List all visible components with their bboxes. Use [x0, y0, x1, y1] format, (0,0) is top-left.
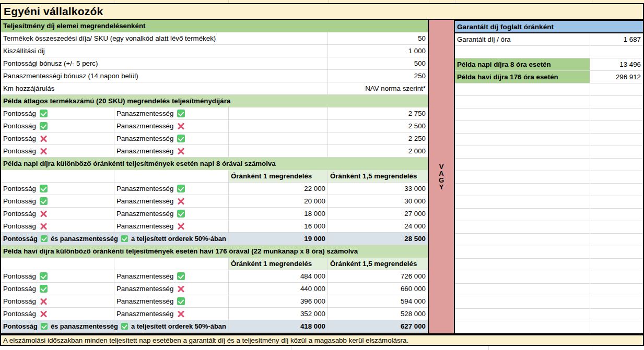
complaint-label: Panaszmentesség [116, 120, 173, 132]
check-icon [40, 110, 48, 117]
table-row[interactable]: Pontosság Panaszmentesség 484 000 726 00… [1, 270, 428, 283]
col-header-2: Óránként 1,5 megrendelés [328, 258, 428, 270]
col-header-1: Óránként 1 megrendelés [229, 258, 328, 270]
check-icon [177, 297, 185, 305]
vagy-letter: V [439, 163, 444, 170]
table-row[interactable]: Pontosság Panaszmentesség 440 000 660 00… [1, 283, 428, 295]
guaranteed-fee-label: Garantált díj / óra [455, 33, 590, 46]
section-avg-header-row[interactable]: Példa átlagos termékszámú (20 SKU) megre… [1, 95, 428, 107]
title-bar: Egyéni vállalkozók [0, 3, 644, 20]
complaint-label: Panaszmentesség [116, 208, 173, 220]
gridline [592, 346, 592, 350]
fee-value: 250 [328, 70, 428, 82]
value-1: 484 000 [229, 270, 328, 283]
summary-value-1: 418 000 [229, 320, 328, 333]
accuracy-label: Pontosság [3, 220, 36, 232]
fee-value: NAV norma szerint* [328, 82, 428, 95]
monthly-example-label: Példa havi díjra 176 óra esetén [455, 71, 590, 83]
value-2: 24 000 [328, 220, 428, 233]
fee-row[interactable]: Panaszmentességi bónusz (14 napon belül)… [1, 70, 428, 82]
table-row[interactable]: Pontosság Panaszmentesség 396 000 594 00… [1, 295, 428, 308]
table-row[interactable]: Garantált díj / óra 1 687 [455, 33, 643, 46]
value-1: 22 000 [229, 183, 328, 195]
fee-value: 2 250 [328, 132, 428, 145]
value-2: 660 000 [328, 283, 428, 295]
check-icon [40, 272, 48, 280]
column-header-row[interactable]: Óránként 1 megrendelés Óránként 1,5 megr… [1, 170, 428, 183]
value-1: 20 000 [229, 195, 328, 208]
fee-row[interactable]: Termékek összeszedési díja/ SKU (egy von… [1, 32, 428, 45]
footer-note-row[interactable]: A elszámolási időszakban minden teljesít… [0, 334, 644, 346]
accuracy-label: Pontosság [3, 283, 36, 295]
cross-icon [177, 222, 185, 231]
vagy-letter: G [439, 177, 444, 184]
cross-icon [177, 285, 185, 293]
table-row[interactable]: Pontosság Panaszmentesség 352 000 528 00… [1, 308, 428, 320]
cross-icon [40, 310, 48, 318]
cross-icon [177, 310, 185, 318]
column-header-row[interactable]: Óránként 1 megrendelés Óránként 1,5 megr… [1, 258, 428, 270]
table-row[interactable]: Pontosság Panaszmentesség 22 000 33 000 [1, 183, 428, 195]
value-1: 18 000 [229, 208, 328, 220]
guaranteed-fee-panel: Garantált díj foglalt óránként Garantált… [455, 20, 644, 334]
table-row[interactable]: Pontosság Panaszmentesség 20 000 30 000 [1, 195, 428, 208]
table-row[interactable]: Példa napi díjra 8 óra esetén 13 496 [455, 58, 643, 71]
check-icon [40, 285, 48, 293]
cross-icon [40, 222, 48, 231]
fee-value: 2 500 [328, 120, 428, 132]
complaint-label: Panaszmentesség [116, 183, 173, 195]
table-row[interactable]: Pontosság Panaszmentesség 18 000 27 000 [1, 208, 428, 220]
fee-row[interactable]: Km hozzájárulás NAV norma szerint* [1, 82, 428, 95]
daily-summary-row[interactable]: Pontosság és panaszmentesség a teljesíte… [1, 233, 428, 245]
cross-icon [177, 147, 185, 155]
check-icon [177, 110, 185, 117]
summary-value-1: 19 000 [229, 233, 328, 245]
cross-icon [177, 122, 185, 130]
fee-row[interactable]: Pontossági bónusz (+/- 5 perc) 500 [1, 57, 428, 70]
accuracy-label: Pontosság [3, 208, 36, 220]
fee-row[interactable]: Kiszállítási dij 1 000 [1, 45, 428, 57]
value-2: 528 000 [328, 308, 428, 320]
table-row[interactable]: Pontosság Panaszmentesség 2 250 [1, 132, 428, 145]
section-daily-header-row[interactable]: Példa napi díjra különböző óránkénti tel… [1, 158, 428, 170]
complaint-label: Panaszmentesség [116, 195, 173, 207]
left-table-header-row[interactable]: Teljesítmény díj elemei megrendelésenkén… [1, 20, 428, 32]
value-2: 30 000 [328, 195, 428, 208]
table-row[interactable]: Pontosság Panaszmentesség 16 000 24 000 [1, 220, 428, 233]
summary-value-2: 28 500 [328, 233, 428, 245]
summary-value-2: 627 000 [328, 320, 428, 333]
gridline [488, 346, 489, 350]
fee-value: 2 000 [328, 145, 428, 158]
table-row[interactable]: Pontosság Panaszmentesség 2 500 [1, 120, 428, 132]
value-2: 726 000 [328, 270, 428, 283]
accuracy-label: Pontosság [3, 295, 36, 307]
section-avg-header: Példa átlagos termékszámú (20 SKU) megre… [1, 95, 428, 107]
complaint-label: Panaszmentesség [116, 308, 173, 320]
empty-row[interactable] [455, 46, 643, 58]
table-row[interactable]: Példa havi díjra 176 óra esetén 296 912 [455, 71, 643, 83]
fee-value: 1 000 [328, 45, 428, 57]
value-1: 396 000 [229, 295, 328, 308]
check-icon [40, 197, 48, 205]
value-2: 27 000 [328, 208, 428, 220]
monthly-summary-row[interactable]: Pontosság és panaszmentesség a teljesíte… [1, 320, 428, 333]
section-monthly-header-row[interactable]: Példa havi díjra különböző óránkénti tel… [1, 245, 428, 258]
complaint-label: Panaszmentesség [116, 220, 173, 232]
vagy-letter: Y [439, 184, 444, 190]
gridline [291, 346, 291, 350]
left-table-header: Teljesítmény díj elemei megrendelésenkén… [1, 20, 428, 32]
accuracy-label: Pontosság [3, 145, 36, 157]
accuracy-label: Pontosság [3, 132, 36, 144]
right-panel-header: Garantált díj foglalt óránként [455, 21, 642, 33]
check-icon [41, 323, 48, 330]
check-icon [121, 323, 128, 330]
fee-label: Km hozzájárulás [1, 82, 328, 95]
table-row[interactable]: Pontosság Panaszmentesség 2 000 [1, 145, 428, 158]
accuracy-label: Pontosság [3, 120, 36, 132]
right-panel-header-row[interactable]: Garantált díj foglalt óránként [455, 21, 643, 33]
accuracy-label: Pontosság [3, 195, 36, 207]
accuracy-label: Pontosság [3, 107, 36, 119]
fee-value: 2 750 [328, 107, 428, 120]
summary-label: Pontosság és panaszmentesség a teljesíte… [1, 233, 229, 245]
table-row[interactable]: Pontosság Panaszmentesség 2 750 [1, 107, 428, 120]
